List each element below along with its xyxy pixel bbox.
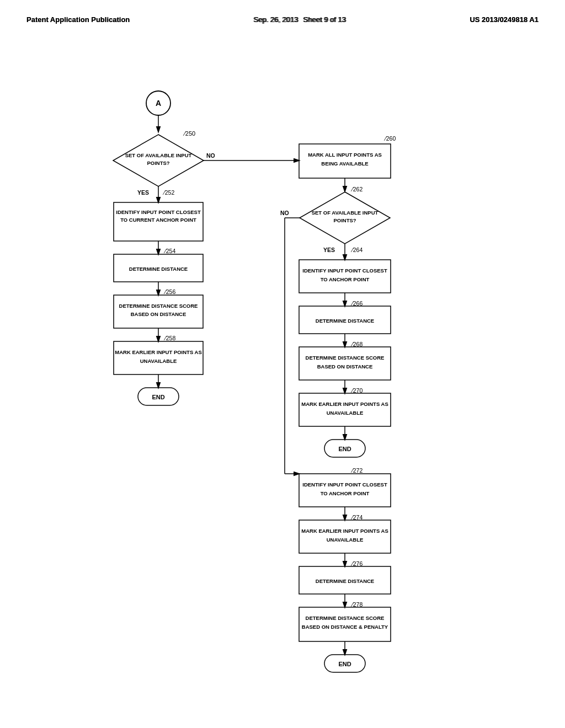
svg-text:MARK EARLIER INPUT POINTS AS: MARK EARLIER INPUT POINTS AS — [301, 401, 388, 407]
svg-text:POINTS?: POINTS? — [333, 217, 356, 223]
svg-text:∕262: ∕262 — [350, 186, 363, 192]
svg-text:DETERMINE DISTANCE: DETERMINE DISTANCE — [129, 266, 188, 272]
svg-text:BASED ON DISTANCE & PENALTY: BASED ON DISTANCE & PENALTY — [302, 624, 388, 630]
svg-text:BEING AVAILABLE: BEING AVAILABLE — [321, 160, 368, 167]
svg-text:TO ANCHOR POINT: TO ANCHOR POINT — [321, 490, 370, 496]
header-right2: US 2013/0249818 A1 — [470, 15, 539, 24]
svg-text:∕272: ∕272 — [350, 467, 363, 474]
svg-text:IDENTIFY INPUT POINT CLOSEST: IDENTIFY INPUT POINT CLOSEST — [302, 267, 387, 274]
svg-text:END: END — [338, 661, 351, 667]
header-center2: Sep. 26, 2013 Sheet 9 of 13 — [254, 15, 346, 24]
svg-text:POINTS?: POINTS? — [147, 160, 169, 166]
svg-text:∕250: ∕250 — [183, 130, 195, 137]
svg-text:DETERMINE DISTANCE: DETERMINE DISTANCE — [316, 578, 374, 584]
svg-text:TO CURRENT ANCHOR POINT: TO CURRENT ANCHOR POINT — [120, 217, 196, 223]
svg-text:END: END — [338, 446, 351, 452]
svg-text:IDENTIFY INPUT POINT CLOSEST: IDENTIFY INPUT POINT CLOSEST — [302, 481, 387, 488]
svg-text:YES: YES — [323, 247, 335, 253]
svg-text:∕260: ∕260 — [383, 135, 396, 142]
svg-text:BASED ON DISTANCE: BASED ON DISTANCE — [317, 363, 373, 370]
svg-text:UNAVAILABLE: UNAVAILABLE — [327, 410, 364, 416]
svg-text:SET OF AVAILABLE INPUT: SET OF AVAILABLE INPUT — [312, 210, 379, 216]
main-flowchart: A ∕250 SET OF AVAILABLE INPUT POINTS? YE… — [56, 79, 509, 728]
svg-text:∕258: ∕258 — [163, 335, 175, 341]
svg-text:∕252: ∕252 — [162, 189, 174, 196]
svg-text:∕276: ∕276 — [350, 560, 363, 567]
svg-text:∕264: ∕264 — [350, 247, 363, 253]
svg-text:BASED ON DISTANCE: BASED ON DISTANCE — [131, 311, 186, 317]
svg-text:UNAVAILABLE: UNAVAILABLE — [140, 358, 177, 364]
diagram-area — [0, 24, 565, 46]
svg-text:∕278: ∕278 — [350, 601, 363, 608]
svg-text:SET OF AVAILABLE INPUT: SET OF AVAILABLE INPUT — [125, 152, 192, 158]
svg-text:∕254: ∕254 — [163, 248, 175, 254]
svg-text:NO: NO — [280, 210, 289, 216]
svg-text:DETERMINE DISTANCE: DETERMINE DISTANCE — [316, 318, 374, 324]
svg-text:∕274: ∕274 — [350, 514, 363, 521]
svg-text:NO: NO — [206, 152, 215, 159]
main-diagram: A ∕250 SET OF AVAILABLE INPUT POINTS? YE… — [0, 79, 565, 728]
svg-text:TO ANCHOR POINT: TO ANCHOR POINT — [321, 276, 370, 282]
svg-text:A: A — [156, 99, 161, 108]
svg-text:YES: YES — [137, 189, 149, 196]
svg-text:UNAVAILABLE: UNAVAILABLE — [327, 537, 364, 543]
svg-text:MARK EARLIER INPUT POINTS AS: MARK EARLIER INPUT POINTS AS — [301, 528, 388, 534]
svg-text:∕268: ∕268 — [350, 341, 363, 347]
svg-text:DETERMINE DISTANCE SCORE: DETERMINE DISTANCE SCORE — [306, 615, 385, 621]
svg-text:MARK EARLIER INPUT POINTS AS: MARK EARLIER INPUT POINTS AS — [115, 349, 201, 355]
svg-text:IDENTIFY INPUT POINT CLOSEST: IDENTIFY INPUT POINT CLOSEST — [116, 209, 201, 215]
svg-text:MARK ALL INPUT POINTS AS: MARK ALL INPUT POINTS AS — [308, 152, 382, 158]
svg-text:DETERMINE DISTANCE SCORE: DETERMINE DISTANCE SCORE — [119, 303, 198, 309]
header-left2: Patent Application Publication — [26, 15, 130, 24]
svg-text:∕270: ∕270 — [350, 387, 363, 394]
svg-text:∕256: ∕256 — [163, 288, 175, 295]
svg-text:DETERMINE DISTANCE SCORE: DETERMINE DISTANCE SCORE — [306, 355, 385, 361]
svg-text:∕266: ∕266 — [350, 300, 363, 307]
svg-text:END: END — [152, 394, 164, 400]
